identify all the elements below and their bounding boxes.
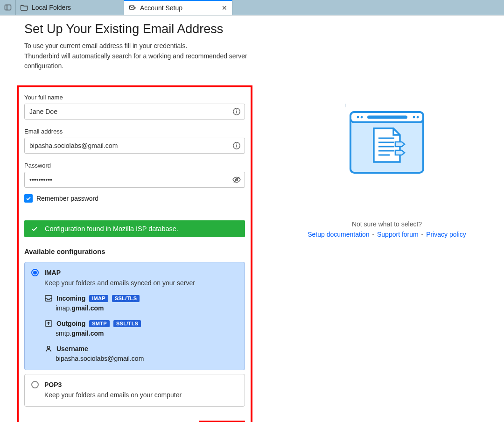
svg-point-19 bbox=[413, 116, 415, 119]
svg-rect-5 bbox=[236, 111, 237, 113]
form-highlight-area: Your full name Email address Password bbox=[17, 85, 252, 422]
support-forum-link[interactable]: Support forum bbox=[377, 231, 419, 238]
info-icon[interactable] bbox=[232, 141, 241, 150]
outgoing-server: smtp.gmail.com bbox=[56, 330, 238, 337]
svg-point-13 bbox=[47, 346, 49, 349]
svg-point-20 bbox=[417, 116, 419, 119]
check-icon bbox=[25, 195, 32, 202]
config-title: POP3 bbox=[44, 381, 62, 388]
incoming-label: Incoming bbox=[56, 295, 85, 302]
info-icon[interactable] bbox=[232, 107, 241, 116]
badge: SSL/TLS bbox=[112, 295, 140, 302]
illustration-icon bbox=[345, 98, 429, 177]
badge: IMAP bbox=[89, 295, 108, 302]
status-banner: Configuration found in Mozilla ISP datab… bbox=[24, 220, 245, 237]
incoming-server: imap.gmail.com bbox=[56, 304, 238, 312]
svg-point-4 bbox=[236, 110, 237, 111]
tab-label: Local Folders bbox=[32, 4, 71, 11]
svg-point-16 bbox=[357, 116, 359, 119]
page-title: Set Up Your Existing Email Address bbox=[24, 22, 251, 36]
close-tab-button[interactable]: ✕ bbox=[222, 4, 227, 12]
svg-rect-18 bbox=[367, 116, 407, 119]
tab-bar: Local Folders Account Setup ✕ bbox=[0, 0, 504, 15]
email-input[interactable] bbox=[24, 138, 245, 154]
tab-label: Account Setup bbox=[140, 4, 182, 12]
username-label: Username bbox=[56, 345, 88, 352]
check-icon bbox=[31, 225, 38, 232]
outbox-icon bbox=[44, 319, 53, 328]
config-card-pop3[interactable]: POP3 Keep your folders and emails on you… bbox=[24, 374, 245, 407]
config-desc: Keep your folders and emails on your com… bbox=[44, 391, 238, 399]
svg-rect-11 bbox=[45, 295, 52, 301]
sidebar-toggle-button[interactable] bbox=[0, 0, 16, 15]
help-links: Setup documentation - Support forum - Pr… bbox=[307, 231, 467, 238]
badge: SMTP bbox=[89, 320, 110, 327]
fullname-input[interactable] bbox=[24, 104, 245, 120]
help-text: Not sure what to select? bbox=[352, 220, 422, 228]
svg-point-7 bbox=[236, 144, 237, 145]
panel-icon bbox=[4, 4, 12, 11]
svg-point-17 bbox=[361, 116, 363, 119]
mail-setup-icon bbox=[129, 4, 136, 12]
outgoing-label: Outgoing bbox=[56, 320, 85, 327]
badge: SSL/TLS bbox=[113, 320, 141, 327]
radio-pop3[interactable] bbox=[31, 381, 39, 388]
config-card-imap[interactable]: IMAP Keep your folders and emails synced… bbox=[24, 262, 245, 370]
password-label: Password bbox=[24, 162, 245, 169]
page-subtitle: To use your current email address fill i… bbox=[24, 41, 251, 71]
privacy-policy-link[interactable]: Privacy policy bbox=[426, 231, 466, 238]
svg-rect-0 bbox=[5, 5, 11, 10]
radio-imap[interactable] bbox=[31, 269, 39, 276]
available-configs-title: Available configurations bbox=[24, 247, 245, 255]
fullname-label: Your full name bbox=[24, 94, 245, 101]
config-title: IMAP bbox=[44, 269, 61, 276]
eye-off-icon[interactable] bbox=[232, 175, 241, 184]
svg-rect-8 bbox=[236, 145, 237, 148]
config-desc: Keep your folders and emails synced on y… bbox=[44, 279, 238, 287]
remember-password-checkbox[interactable] bbox=[24, 194, 33, 203]
inbox-icon bbox=[44, 294, 53, 302]
email-label: Email address bbox=[24, 128, 245, 135]
username-value: bipasha.sociolabs@gmail.com bbox=[56, 355, 238, 362]
tab-local-folders[interactable]: Local Folders bbox=[16, 0, 124, 15]
setup-doc-link[interactable]: Setup documentation bbox=[308, 231, 369, 238]
password-input[interactable] bbox=[24, 172, 245, 188]
tab-account-setup[interactable]: Account Setup ✕ bbox=[124, 0, 232, 15]
remember-password-label: Remember password bbox=[36, 195, 98, 202]
folder-icon bbox=[21, 4, 28, 11]
user-icon bbox=[44, 345, 53, 353]
